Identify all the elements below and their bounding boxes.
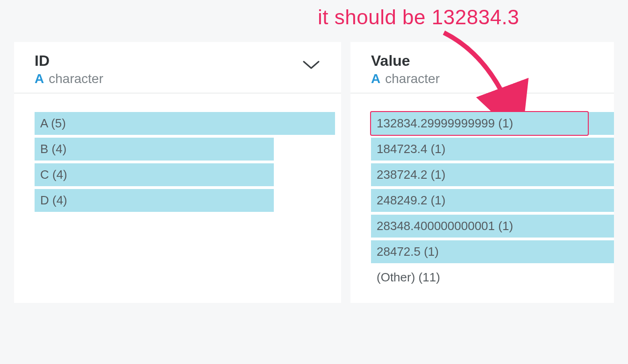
chevron-down-icon[interactable] — [302, 60, 321, 71]
bar-row[interactable]: C (4) — [35, 163, 341, 186]
bar-label: 184723.4 (1) — [371, 142, 445, 156]
bar-label: (Other) (11) — [371, 270, 440, 285]
bar-row[interactable]: B (4) — [35, 138, 341, 161]
bar-row[interactable]: 28472.5 (1) — [371, 240, 614, 263]
bar-fill — [35, 112, 335, 135]
type-badge-icon: A — [35, 71, 44, 86]
column-title: Value — [371, 52, 440, 70]
type-label: character — [49, 71, 103, 86]
bar-row[interactable]: 28348.400000000001 (1) — [371, 215, 614, 238]
bar-row[interactable]: 132834.29999999999 (1) — [371, 112, 614, 135]
bar-label: 28348.400000000001 (1) — [371, 219, 513, 233]
bar-row[interactable]: D (4) — [35, 189, 341, 212]
bar-label: 238724.2 (1) — [371, 168, 445, 182]
column-type: A character — [35, 71, 103, 86]
bar-fill — [35, 138, 274, 161]
bar-label: 248249.2 (1) — [371, 193, 445, 208]
bar-row[interactable]: A (5) — [35, 112, 341, 135]
bar-list-id: A (5)B (4)C (4)D (4) — [14, 93, 341, 226]
bar-label: C (4) — [35, 168, 67, 182]
annotation-text: it should be 132834.3 — [318, 6, 519, 29]
column-panel-id: ID A character A (5)B (4)C (4)D (4) — [14, 42, 341, 303]
column-header-value[interactable]: Value A character — [350, 42, 614, 93]
column-panel-value: Value A character 132834.29999999999 (1)… — [350, 42, 614, 303]
bar-label: A (5) — [35, 116, 66, 131]
bar-label: 132834.29999999999 (1) — [371, 116, 513, 131]
column-header-id[interactable]: ID A character — [14, 42, 341, 93]
bar-label: B (4) — [35, 142, 66, 156]
bar-row[interactable]: 248249.2 (1) — [371, 189, 614, 212]
bar-label: D (4) — [35, 193, 67, 208]
bar-row[interactable]: 184723.4 (1) — [371, 138, 614, 161]
type-badge-icon: A — [371, 71, 380, 86]
bar-list-value: 132834.29999999999 (1)184723.4 (1)238724… — [350, 93, 614, 303]
type-label: character — [385, 71, 440, 86]
column-title: ID — [35, 52, 103, 70]
bar-fill — [35, 189, 274, 212]
bar-row[interactable]: 238724.2 (1) — [371, 163, 614, 186]
column-type: A character — [371, 71, 440, 86]
bar-label: 28472.5 (1) — [371, 245, 439, 259]
bar-row[interactable]: (Other) (11) — [371, 266, 614, 289]
bar-fill — [35, 163, 274, 186]
